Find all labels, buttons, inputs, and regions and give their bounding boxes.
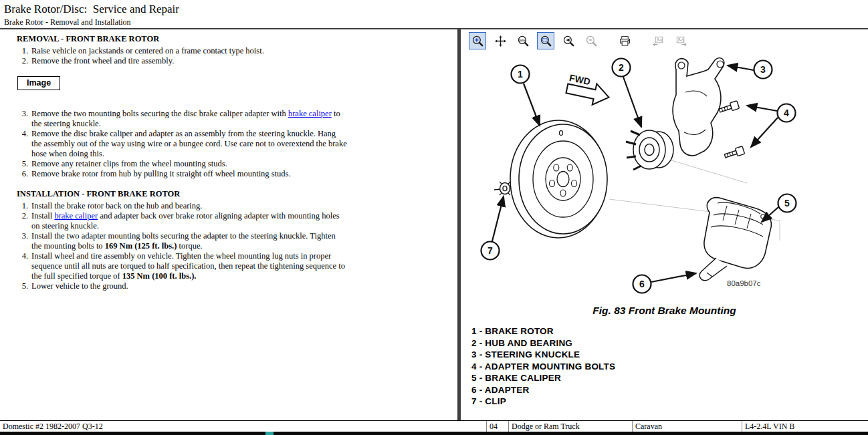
hub-bearing-drawing: [626, 130, 673, 170]
step-number: 1.: [17, 201, 28, 211]
document-header: Brake Rotor/Disc: Service and Repair Bra…: [0, 0, 868, 29]
app-window: Brake Rotor/Disc: Service and Repair Bra…: [0, 0, 868, 435]
step-number: 2.: [17, 56, 28, 66]
previous-image-icon: [652, 35, 665, 47]
procedure-step: 3.Remove the two mounting bolts securing…: [17, 109, 457, 129]
callout-2: 2: [613, 59, 631, 77]
procedure-step: 5.Remove any retainer clips from the whe…: [17, 159, 457, 169]
procedure-step: 5.Lower vehicle to the ground.: [17, 281, 457, 291]
figure-caption: Fig. 83 Front Brake Mounting: [461, 305, 868, 317]
fwd-arrow: FWD: [565, 72, 613, 108]
step-text: Raise vehicle on jackstands or centered …: [31, 46, 347, 56]
pan-button[interactable]: [492, 32, 509, 49]
page-subtitle: Brake Rotor - Removal and Installation: [4, 17, 868, 27]
figure-area: FWD: [461, 52, 868, 408]
status-cell: Caravan: [633, 421, 742, 432]
legend-item: 7 - CLIP: [471, 396, 868, 408]
image-button[interactable]: Image: [17, 76, 60, 90]
callout-1: 1: [512, 65, 530, 84]
callout-2-number: 2: [619, 62, 624, 73]
step-number: 3.: [17, 231, 28, 251]
print-icon: [619, 35, 631, 47]
procedure-step: 1.Raise vehicle on jackstands or centere…: [17, 46, 457, 56]
step-number: 2.: [17, 211, 28, 231]
callout-3-number: 3: [760, 64, 766, 75]
removal-steps-before-image: 1.Raise vehicle on jackstands or centere…: [17, 46, 457, 66]
zoom-out-button: [582, 32, 600, 49]
step-text: Install wheel and tire assembly on vehic…: [31, 251, 347, 281]
procedure-panel: REMOVAL - FRONT BRAKE ROTOR 1.Raise vehi…: [0, 29, 457, 420]
callout-4-number: 4: [784, 108, 789, 118]
text-segment: Remove the disc brake caliper and adapte…: [31, 129, 347, 158]
step-number: 6.: [17, 169, 28, 179]
step-text: Lower vehicle to the ground.: [31, 281, 347, 291]
step-text: Install the two adapter mounting bolts s…: [31, 231, 347, 251]
clip-drawing: [494, 182, 510, 195]
step-text: Remove the front wheel and tire assembly…: [31, 56, 347, 66]
status-cell: L4-2.4L VIN B: [742, 421, 868, 432]
status-bar: Domestic #2 1982-2007 Q3-1204Dodge or Ra…: [0, 420, 868, 432]
next-image-icon: [675, 35, 687, 47]
procedure-step: 1.Install the brake rotor back on the hu…: [17, 201, 457, 211]
status-cell: 04: [487, 421, 509, 432]
brake-rotor-drawing: [510, 120, 607, 238]
legend-item: 5 - BRAKE CALIPER: [471, 372, 868, 384]
procedure-step: 4.Install wheel and tire assembly on veh…: [17, 251, 457, 281]
brake-caliper-link[interactable]: brake caliper: [288, 109, 332, 118]
legend-item: 1 - BRAKE ROTOR: [471, 325, 868, 337]
adapter-mounting-bolts-drawing: [718, 101, 744, 160]
procedure-step: 2.Remove the front wheel and tire assemb…: [17, 56, 457, 66]
drawing-code: 80a9b07c: [727, 279, 761, 287]
zoom-in-button[interactable]: [469, 32, 486, 49]
torque-value: 135 Nm (100 ft. lbs.).: [122, 271, 197, 281]
print-button[interactable]: [616, 32, 633, 49]
zoom-window-button[interactable]: [537, 32, 554, 49]
brake-caliper-link[interactable]: brake caliper: [54, 211, 98, 221]
text-segment: Install the brake rotor back on the hub …: [31, 201, 202, 210]
legend-item: 2 - HUB AND BEARING: [471, 337, 868, 349]
callout-5: 5: [778, 194, 796, 212]
text-segment: Install: [31, 211, 54, 221]
callout-6: 6: [633, 275, 651, 293]
text-segment: Remove the two mounting bolts securing t…: [31, 109, 288, 118]
step-text: Install brake caliper and adapter back o…: [31, 211, 347, 231]
zoom-100-icon: 100%: [517, 35, 530, 47]
text-segment: Raise vehicle on jackstands or centered …: [31, 46, 264, 55]
procedure-step: 2.Install brake caliper and adapter back…: [17, 211, 457, 231]
taskbar-sliver: [0, 432, 868, 435]
callout-7: 7: [481, 242, 500, 260]
previous-image-button: [649, 32, 667, 49]
step-text: Remove the disc brake caliper and adapte…: [31, 129, 347, 159]
removal-steps-after-image: 3.Remove the two mounting bolts securing…: [17, 109, 457, 179]
status-cell: Dodge or Ram Truck: [509, 421, 633, 432]
text-segment: Remove brake rotor from hub by pulling i…: [31, 169, 291, 178]
zoom-previous-icon: [562, 35, 575, 47]
pan-icon: [494, 35, 507, 47]
text-segment: Remove the front wheel and tire assembly…: [31, 56, 174, 65]
zoom-100-button[interactable]: 100%: [514, 32, 532, 49]
callout-6-number: 6: [639, 279, 645, 289]
callout-5-number: 5: [784, 198, 790, 208]
main-area: REMOVAL - FRONT BRAKE ROTOR 1.Raise vehi…: [0, 29, 868, 420]
status-cell: Domestic #2 1982-2007 Q3-12: [0, 421, 487, 432]
zoom-out-icon: [585, 35, 598, 47]
callout-3: 3: [754, 61, 772, 79]
installation-steps: 1.Install the brake rotor back on the hu…: [17, 201, 457, 291]
callout-4: 4: [778, 104, 796, 122]
step-number: 4.: [17, 251, 28, 281]
step-number: 1.: [17, 46, 28, 56]
step-number: 4.: [17, 129, 28, 159]
callout-7-number: 7: [487, 245, 493, 256]
step-text: Remove brake rotor from hub by pulling i…: [31, 169, 347, 179]
step-number: 5.: [17, 159, 28, 169]
zoom-in-icon: [471, 35, 484, 47]
legend-item: 4 - ADAPTER MOUNTING BOLTS: [471, 361, 868, 373]
installation-heading: INSTALLATION - FRONT BRAKE ROTOR: [17, 189, 457, 199]
figure-legend: 1 - BRAKE ROTOR2 - HUB AND BEARING3 - ST…: [461, 325, 868, 408]
procedure-step: 3.Install the two adapter mounting bolts…: [17, 231, 457, 251]
zoom-previous-button[interactable]: [560, 32, 577, 49]
brake-mounting-diagram: FWD: [461, 52, 867, 302]
procedure-step: 4.Remove the disc brake caliper and adap…: [17, 129, 457, 159]
steering-knuckle-drawing: [673, 58, 724, 156]
step-number: 3.: [17, 109, 28, 129]
